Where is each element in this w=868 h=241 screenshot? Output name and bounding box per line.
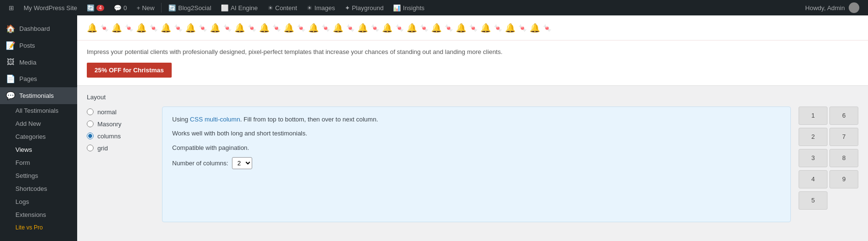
- site-name-label: My WordPress Site: [24, 4, 77, 12]
- comments-button[interactable]: 💬 0: [110, 0, 131, 15]
- extensions-label: Extensions: [15, 211, 46, 218]
- col-btn-7[interactable]: 7: [829, 128, 858, 146]
- banner-icons: 🔔 🍬 🔔 🍬 🔔 🍬 🔔 🍬 🔔 🍬 🔔 🍬 🔔 🍬 🔔 🍬: [87, 23, 858, 33]
- dec-icon-13: 🔔: [234, 23, 245, 33]
- dec-icon-1: 🔔: [87, 23, 97, 33]
- dec-icon-36: 🍬: [518, 24, 527, 32]
- playground-button[interactable]: ✦ Playground: [341, 0, 388, 15]
- col-btn-8[interactable]: 8: [829, 149, 858, 167]
- dec-icon-37: 🔔: [529, 23, 540, 33]
- line1-post: . Fill from top to bottom, then over to …: [240, 116, 378, 123]
- site-name[interactable]: My WordPress Site: [20, 0, 81, 15]
- column-buttons: 1 6 2 7 3 8 4 9 5: [799, 107, 858, 222]
- col-btn-4[interactable]: 4: [799, 170, 827, 188]
- comments-icon: 💬: [114, 4, 122, 12]
- menu-item-pages[interactable]: 📄 Pages: [0, 70, 77, 87]
- blog2social-button[interactable]: 🔄 Blog2Social: [164, 0, 215, 15]
- col-btn-5[interactable]: 5: [799, 191, 827, 210]
- radio-masonry[interactable]: Masonry: [87, 120, 154, 128]
- banner-description: Impress your potential clients with prof…: [87, 47, 858, 57]
- content-label: Content: [275, 4, 298, 12]
- submenu-extensions[interactable]: Extensions: [0, 208, 77, 221]
- content-button[interactable]: ☀ Content: [264, 0, 301, 15]
- insights-icon: 📊: [393, 4, 401, 12]
- radio-normal-input[interactable]: [87, 108, 94, 115]
- user-avatar: [849, 2, 859, 13]
- menu-item-testimonials[interactable]: 💬 Testimonials: [0, 87, 77, 104]
- dec-icon-20: 🍬: [322, 24, 330, 32]
- pages-label: Pages: [19, 75, 37, 82]
- radio-grid[interactable]: grid: [87, 145, 154, 152]
- images-button[interactable]: ☀ Images: [303, 0, 339, 15]
- menu-item-posts[interactable]: 📝 Posts: [0, 37, 77, 54]
- radio-columns-input[interactable]: [87, 133, 94, 139]
- media-icon: 🖼: [6, 58, 15, 67]
- dec-icon-11: 🔔: [210, 23, 220, 33]
- posts-icon: 📝: [6, 41, 15, 50]
- col-btn-6[interactable]: 6: [829, 107, 858, 125]
- howdy-label: Howdy, Admin: [805, 4, 845, 12]
- posts-label: Posts: [19, 42, 35, 49]
- col-btn-1[interactable]: 1: [799, 107, 827, 125]
- num-columns-label: Number of columns:: [172, 160, 228, 167]
- col-btn-3[interactable]: 3: [799, 149, 827, 167]
- ai-engine-icon: ⬜: [221, 4, 229, 12]
- wp-icon: ⊞: [9, 4, 14, 12]
- banner-decorative: 🔔 🍬 🔔 🍬 🔔 🍬 🔔 🍬 🔔 🍬 🔔 🍬 🔔 🍬 🔔 🍬: [77, 15, 868, 40]
- content-icon: ☀: [268, 4, 273, 12]
- radio-columns[interactable]: columns: [87, 133, 154, 140]
- christmas-button[interactable]: 25% OFF for Christmas: [87, 63, 172, 78]
- testimonials-icon: 💬: [6, 91, 15, 100]
- css-multicolumn-link[interactable]: CSS multi-column: [190, 116, 240, 123]
- new-label: + New: [136, 4, 154, 12]
- dec-icon-17: 🔔: [284, 23, 294, 33]
- line1-pre: Using: [172, 116, 190, 123]
- submenu-views[interactable]: Views: [0, 143, 77, 156]
- updates-icon: 🔄: [87, 4, 95, 12]
- layout-info-line1: Using CSS multi-column. Fill from top to…: [172, 115, 781, 124]
- submenu-categories[interactable]: Categories: [0, 130, 77, 143]
- insights-button[interactable]: 📊 Insights: [389, 0, 428, 15]
- layout-info-line3: Compatible with pagination.: [172, 143, 781, 153]
- dec-icon-15: 🔔: [259, 23, 270, 33]
- radio-normal[interactable]: normal: [87, 108, 154, 116]
- new-button[interactable]: + New: [133, 0, 158, 15]
- dec-icon-7: 🔔: [161, 23, 171, 33]
- dec-icon-38: 🍬: [543, 24, 551, 32]
- layout-section: Layout normal Masonry columns: [77, 86, 868, 230]
- dec-icon-25: 🔔: [382, 23, 393, 33]
- wp-logo[interactable]: ⊞: [5, 0, 18, 15]
- testimonials-label: Testimonials: [19, 92, 54, 99]
- dec-icon-24: 🍬: [371, 24, 379, 32]
- dec-icon-9: 🔔: [185, 23, 196, 33]
- admin-menu: 🏠 Dashboard 📝 Posts 🖼 Media 📄 Pages 💬 Te…: [0, 15, 77, 241]
- categories-label: Categories: [15, 133, 46, 140]
- menu-item-dashboard[interactable]: 🏠 Dashboard: [0, 20, 77, 37]
- dec-icon-35: 🔔: [505, 23, 515, 33]
- ai-engine-button[interactable]: ⬜ AI Engine: [217, 0, 261, 15]
- user-greeting[interactable]: Howdy, Admin: [801, 0, 863, 15]
- submenu-form[interactable]: Form: [0, 156, 77, 169]
- dec-icon-8: 🍬: [174, 24, 182, 32]
- lite-vs-pro-label: Lite vs Pro: [15, 224, 43, 231]
- col-btn-2[interactable]: 2: [799, 128, 827, 146]
- radio-masonry-input[interactable]: [87, 120, 94, 127]
- layout-info-box: Using CSS multi-column. Fill from top to…: [162, 107, 791, 222]
- blog2social-label: Blog2Social: [178, 4, 211, 12]
- submenu-add-new[interactable]: Add New: [0, 117, 77, 130]
- radio-grid-input[interactable]: [87, 145, 94, 151]
- submenu-all-testimonials[interactable]: All Testimonials: [0, 104, 77, 117]
- images-label: Images: [314, 4, 335, 12]
- submenu-settings[interactable]: Settings: [0, 169, 77, 182]
- updates-button[interactable]: 🔄 4: [83, 0, 108, 15]
- dec-icon-5: 🔔: [136, 23, 147, 33]
- submenu-logs[interactable]: Logs: [0, 195, 77, 208]
- layout-section-label: Layout: [87, 94, 858, 101]
- dec-icon-34: 🍬: [494, 24, 502, 32]
- submenu-lite-vs-pro[interactable]: Lite vs Pro: [0, 221, 77, 234]
- num-columns-select[interactable]: 1 2 3 4: [232, 157, 252, 169]
- pages-icon: 📄: [6, 74, 15, 83]
- menu-item-media[interactable]: 🖼 Media: [0, 54, 77, 70]
- col-btn-9[interactable]: 9: [829, 170, 858, 188]
- submenu-shortcodes[interactable]: Shortcodes: [0, 182, 77, 195]
